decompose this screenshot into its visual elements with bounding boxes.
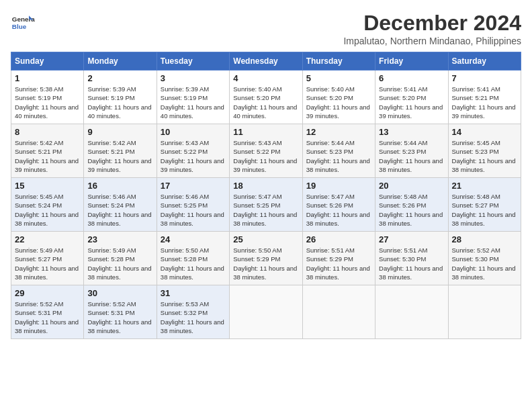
calendar-cell [448, 285, 521, 339]
calendar-cell: 23 Sunrise: 5:49 AMSunset: 5:28 PMDaylig… [84, 232, 157, 285]
day-number: 15 [15, 181, 80, 191]
calendar-cell: 10 Sunrise: 5:43 AMSunset: 5:22 PMDaylig… [157, 124, 229, 178]
day-info: Sunrise: 5:49 AMSunset: 5:27 PMDaylight:… [15, 246, 80, 281]
calendar-cell: 6 Sunrise: 5:41 AMSunset: 5:20 PMDayligh… [375, 71, 448, 124]
calendar-cell: 24 Sunrise: 5:50 AMSunset: 5:28 PMDaylig… [157, 232, 229, 285]
day-number: 14 [452, 127, 517, 137]
calendar-cell: 12 Sunrise: 5:44 AMSunset: 5:23 PMDaylig… [302, 124, 375, 178]
weekday-header: Wednesday [230, 52, 302, 71]
weekday-header: Thursday [302, 52, 375, 71]
weekday-header-row: SundayMondayTuesdayWednesdayThursdayFrid… [11, 52, 521, 71]
weekday-header: Friday [375, 52, 448, 71]
day-number: 16 [87, 181, 152, 191]
calendar-week-row: 29 Sunrise: 5:52 AMSunset: 5:31 PMDaylig… [11, 285, 521, 339]
calendar-week-row: 22 Sunrise: 5:49 AMSunset: 5:27 PMDaylig… [11, 232, 521, 285]
page-header: General Blue December 2024 Impalutao, No… [11, 11, 521, 46]
day-number: 5 [306, 73, 371, 83]
calendar-cell: 18 Sunrise: 5:47 AMSunset: 5:25 PMDaylig… [230, 178, 302, 232]
weekday-header: Sunday [11, 52, 84, 71]
weekday-header: Saturday [448, 52, 521, 71]
day-info: Sunrise: 5:43 AMSunset: 5:22 PMDaylight:… [233, 138, 298, 174]
day-number: 24 [161, 234, 226, 244]
day-info: Sunrise: 5:46 AMSunset: 5:25 PMDaylight:… [161, 192, 226, 228]
calendar-cell: 25 Sunrise: 5:50 AMSunset: 5:29 PMDaylig… [230, 232, 302, 285]
calendar-cell: 5 Sunrise: 5:40 AMSunset: 5:20 PMDayligh… [302, 71, 375, 124]
day-number: 9 [87, 127, 152, 137]
day-info: Sunrise: 5:41 AMSunset: 5:20 PMDaylight:… [379, 85, 444, 120]
calendar-cell: 4 Sunrise: 5:40 AMSunset: 5:20 PMDayligh… [230, 71, 302, 124]
day-info: Sunrise: 5:53 AMSunset: 5:32 PMDaylight:… [161, 300, 226, 335]
calendar-cell: 16 Sunrise: 5:46 AMSunset: 5:24 PMDaylig… [84, 178, 157, 232]
day-number: 1 [15, 73, 80, 83]
day-info: Sunrise: 5:51 AMSunset: 5:29 PMDaylight:… [306, 246, 371, 281]
calendar-cell: 3 Sunrise: 5:39 AMSunset: 5:19 PMDayligh… [157, 71, 229, 124]
calendar-cell: 17 Sunrise: 5:46 AMSunset: 5:25 PMDaylig… [157, 178, 229, 232]
day-number: 27 [379, 234, 444, 244]
day-info: Sunrise: 5:48 AMSunset: 5:26 PMDaylight:… [379, 192, 444, 228]
day-info: Sunrise: 5:38 AMSunset: 5:19 PMDaylight:… [15, 85, 80, 120]
day-info: Sunrise: 5:39 AMSunset: 5:19 PMDaylight:… [87, 85, 152, 120]
day-number: 17 [161, 181, 226, 191]
weekday-header: Tuesday [157, 52, 229, 71]
calendar-cell: 21 Sunrise: 5:48 AMSunset: 5:27 PMDaylig… [448, 178, 521, 232]
day-info: Sunrise: 5:40 AMSunset: 5:20 PMDaylight:… [306, 85, 371, 120]
calendar-cell [302, 285, 375, 339]
calendar-cell [375, 285, 448, 339]
day-info: Sunrise: 5:52 AMSunset: 5:31 PMDaylight:… [15, 300, 80, 335]
day-number: 26 [306, 234, 371, 244]
day-number: 28 [452, 234, 517, 244]
calendar-cell: 30 Sunrise: 5:52 AMSunset: 5:31 PMDaylig… [84, 285, 157, 339]
day-number: 10 [161, 127, 226, 137]
weekday-header: Monday [84, 52, 157, 71]
location-title: Impalutao, Northern Mindanao, Philippine… [343, 36, 521, 46]
day-info: Sunrise: 5:41 AMSunset: 5:21 PMDaylight:… [452, 85, 517, 120]
day-info: Sunrise: 5:52 AMSunset: 5:30 PMDaylight:… [452, 246, 517, 281]
day-info: Sunrise: 5:43 AMSunset: 5:22 PMDaylight:… [161, 138, 226, 174]
calendar-cell: 8 Sunrise: 5:42 AMSunset: 5:21 PMDayligh… [11, 124, 84, 178]
day-info: Sunrise: 5:45 AMSunset: 5:24 PMDaylight:… [15, 192, 80, 228]
day-number: 21 [452, 181, 517, 191]
day-number: 2 [87, 73, 152, 83]
calendar-cell: 28 Sunrise: 5:52 AMSunset: 5:30 PMDaylig… [448, 232, 521, 285]
calendar-cell: 9 Sunrise: 5:42 AMSunset: 5:21 PMDayligh… [84, 124, 157, 178]
day-info: Sunrise: 5:52 AMSunset: 5:31 PMDaylight:… [87, 300, 152, 335]
day-number: 22 [15, 234, 80, 244]
calendar-week-row: 8 Sunrise: 5:42 AMSunset: 5:21 PMDayligh… [11, 124, 521, 178]
calendar-cell: 20 Sunrise: 5:48 AMSunset: 5:26 PMDaylig… [375, 178, 448, 232]
day-info: Sunrise: 5:44 AMSunset: 5:23 PMDaylight:… [306, 138, 371, 174]
calendar-week-row: 1 Sunrise: 5:38 AMSunset: 5:19 PMDayligh… [11, 71, 521, 124]
calendar-cell: 7 Sunrise: 5:41 AMSunset: 5:21 PMDayligh… [448, 71, 521, 124]
day-number: 4 [233, 73, 298, 83]
calendar-cell: 22 Sunrise: 5:49 AMSunset: 5:27 PMDaylig… [11, 232, 84, 285]
day-number: 25 [233, 234, 298, 244]
day-number: 11 [233, 127, 298, 137]
day-info: Sunrise: 5:42 AMSunset: 5:21 PMDaylight:… [87, 138, 152, 174]
day-number: 6 [379, 73, 444, 83]
calendar-cell: 13 Sunrise: 5:44 AMSunset: 5:23 PMDaylig… [375, 124, 448, 178]
calendar-cell: 11 Sunrise: 5:43 AMSunset: 5:22 PMDaylig… [230, 124, 302, 178]
day-number: 19 [306, 181, 371, 191]
day-info: Sunrise: 5:49 AMSunset: 5:28 PMDaylight:… [87, 246, 152, 281]
day-info: Sunrise: 5:48 AMSunset: 5:27 PMDaylight:… [452, 192, 517, 228]
logo-icon: General Blue [11, 11, 35, 35]
day-number: 18 [233, 181, 298, 191]
day-number: 3 [161, 73, 226, 83]
day-info: Sunrise: 5:44 AMSunset: 5:23 PMDaylight:… [379, 138, 444, 174]
day-number: 29 [15, 288, 80, 298]
day-number: 30 [87, 288, 152, 298]
day-number: 8 [15, 127, 80, 137]
calendar-cell: 27 Sunrise: 5:51 AMSunset: 5:30 PMDaylig… [375, 232, 448, 285]
day-info: Sunrise: 5:47 AMSunset: 5:26 PMDaylight:… [306, 192, 371, 228]
calendar-cell [230, 285, 302, 339]
calendar-cell: 15 Sunrise: 5:45 AMSunset: 5:24 PMDaylig… [11, 178, 84, 232]
calendar-cell: 31 Sunrise: 5:53 AMSunset: 5:32 PMDaylig… [157, 285, 229, 339]
title-area: December 2024 Impalutao, Northern Mindan… [343, 11, 521, 46]
calendar-cell: 14 Sunrise: 5:45 AMSunset: 5:23 PMDaylig… [448, 124, 521, 178]
calendar-cell: 29 Sunrise: 5:52 AMSunset: 5:31 PMDaylig… [11, 285, 84, 339]
day-number: 13 [379, 127, 444, 137]
day-info: Sunrise: 5:40 AMSunset: 5:20 PMDaylight:… [233, 85, 298, 120]
day-info: Sunrise: 5:47 AMSunset: 5:25 PMDaylight:… [233, 192, 298, 228]
day-number: 7 [452, 73, 517, 83]
calendar-cell: 1 Sunrise: 5:38 AMSunset: 5:19 PMDayligh… [11, 71, 84, 124]
logo: General Blue [11, 11, 35, 35]
